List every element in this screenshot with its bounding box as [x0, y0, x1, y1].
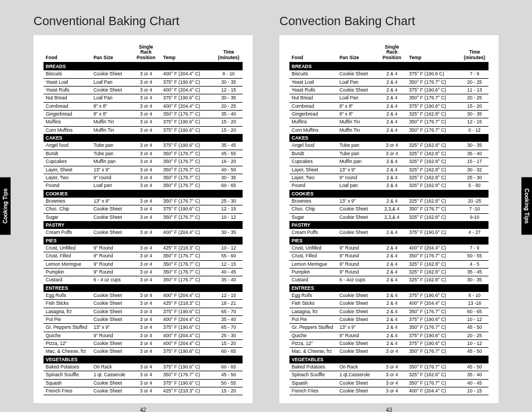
section-header: CAKES	[289, 135, 489, 142]
food-cell: Pot Pie	[289, 316, 337, 324]
pan-cell: Loaf pan	[337, 182, 377, 190]
temp-cell: 350° F (176.7° C)	[161, 371, 215, 379]
column-header: Pan Size	[91, 43, 131, 63]
time-cell: 15 - 20	[215, 126, 243, 134]
table-row: Fish SticksCookie Sheet3 or 4425° F (218…	[43, 300, 243, 308]
table-row: Pizza, 12"Cookie Sheet3 or 4400° F (204.…	[43, 340, 243, 348]
table-row: SquashCookie Sheet3 or 4375° F (190.6° C…	[43, 379, 243, 387]
table-row: Angel foodTube pan3 or 4325° F (162.8° C…	[289, 142, 489, 150]
section-header: VEGETABLES	[289, 356, 489, 363]
table-row: PoundLoaf pan2 & 4325° F (162.8° C)5 - 5…	[289, 182, 489, 190]
column-header: Pan Size	[337, 43, 377, 63]
baking-chart-table: FoodPan SizeSingle RackPositionTempTime(…	[43, 43, 243, 395]
position-cell: 3 or 4	[131, 332, 161, 339]
temp-cell: 400° F (204.4° C)	[407, 300, 461, 308]
temp-cell: 350° F (176.7° C)	[407, 126, 461, 134]
time-cell: 10 - 15	[461, 387, 489, 395]
food-cell: Muffins	[43, 118, 91, 126]
food-cell: Corn Muffins	[43, 126, 91, 134]
food-cell: Fish Sticks	[43, 300, 91, 308]
time-cell: 45 - 55	[215, 150, 243, 157]
table-row: Nut BreadLoaf Pan3 or 4375° F (190.6° C)…	[43, 94, 243, 102]
table-row: Spinach Souffle1 qt.Casserole3 or 4325° …	[289, 371, 489, 379]
pan-cell: Cookie Sheet	[337, 340, 377, 348]
position-cell: 3 or 4	[377, 363, 407, 371]
pan-cell: Loaf Pan	[91, 94, 131, 102]
time-cell: 15 - 17	[461, 158, 489, 166]
temp-cell: 350° F (176.7° C)	[407, 252, 461, 260]
position-cell: 3 or 4	[131, 260, 161, 268]
pan-cell: Cookie Sheet	[91, 379, 131, 387]
position-cell: 3 or 4	[131, 324, 161, 332]
temp-cell: 350° F (176.7° C)	[161, 158, 215, 166]
temp-cell: 375° F (190.6° C)	[407, 229, 461, 237]
temp-cell: 400° F (204.4° C)	[161, 229, 215, 237]
pan-cell: Loaf pan	[91, 182, 131, 190]
temp-cell: 400° F (204.4° C)	[161, 340, 215, 348]
temp-cell: 350° F (176.7° C)	[407, 78, 461, 86]
table-row: Lemon Meringue9" Round2 & 4325° F (162.8…	[289, 260, 489, 268]
food-cell: Mac. & Cheese, frz	[289, 348, 337, 356]
column-header: Time(minutes)	[461, 43, 489, 63]
temp-cell: 325° F (162.8° C)	[407, 276, 461, 284]
food-cell: Layer, Two	[43, 174, 91, 181]
table-row: Yeast RollsCookie Sheet2 & 4375° F (190.…	[289, 87, 489, 94]
temp-cell: 350° F (176.7° C)	[161, 111, 215, 118]
position-cell: 2 & 4	[377, 260, 407, 268]
time-cell: 35 - 45	[215, 142, 243, 150]
table-row: Pot PieCookie Sheet3 or 4400° F (204.4° …	[43, 316, 243, 324]
time-cell: 20 - 25	[461, 332, 489, 339]
table-row: Layer, Two9" round3 or 4350° F (176.7° C…	[43, 174, 243, 181]
position-cell: 3 or 4	[377, 379, 407, 387]
position-cell: 3 or 4	[377, 348, 407, 356]
temp-cell: 350° F (176.7° C)	[407, 324, 461, 332]
section-header-row: BREADS	[289, 63, 489, 70]
food-cell: Lasagna, frz	[289, 308, 337, 315]
position-cell: 3 or 4	[131, 182, 161, 190]
pan-cell: Muffin Tin	[91, 126, 131, 134]
section-header-row: CAKES	[289, 135, 489, 142]
table-row: SquashCookie Sheet3 or 4350° F (176.7° C…	[289, 379, 489, 387]
column-header: Temp	[161, 43, 215, 63]
time-cell: 35 - 40	[215, 316, 243, 324]
food-cell: Quiche	[289, 332, 337, 339]
food-cell: Bundt	[43, 150, 91, 157]
temp-cell: 350° F (176.7° C)	[161, 198, 215, 205]
time-cell: 15 - 20	[461, 102, 489, 110]
position-cell: 3 or 4	[131, 379, 161, 387]
pan-cell: Cookie Sheet	[337, 205, 377, 213]
temp-cell: 325° F (162.8° C)	[407, 150, 461, 157]
time-cell: 10 - 12	[215, 245, 243, 252]
pan-cell: 9" Round	[337, 260, 377, 268]
position-cell: 3 or 4	[131, 308, 161, 315]
temp-cell: 375° F (190.6° C)	[407, 292, 461, 300]
position-cell: 3 or 4	[131, 213, 161, 221]
temp-cell: 375° F (190.6° C)	[161, 205, 215, 213]
food-cell: Pizza, 12"	[43, 340, 91, 348]
time-cell: 60 - 65	[215, 363, 243, 371]
table-row: CupcakesMuffin pan2 & 4325° F (162.8° C)…	[289, 158, 489, 166]
time-cell: 0 - 12	[461, 126, 489, 134]
time-cell: 11 - 13	[461, 87, 489, 94]
time-cell: 65 - 70	[215, 324, 243, 332]
time-cell: 20 - 25	[461, 94, 489, 102]
temp-cell: 325° F (162.8° C)	[407, 268, 461, 276]
pan-cell: Cookie Sheet	[337, 300, 377, 308]
position-cell: 2 & 4	[377, 174, 407, 181]
position-cell: 3 or 4	[377, 387, 407, 395]
time-cell: 15 - 20	[215, 340, 243, 348]
position-cell: 2,3,& 4	[377, 213, 407, 221]
food-cell: Lemon Meringue	[43, 260, 91, 268]
section-header-row: CAKES	[43, 135, 243, 142]
position-cell: 2 & 4	[377, 268, 407, 276]
pan-cell: On Rack	[91, 363, 131, 371]
position-cell: 2 & 4	[377, 300, 407, 308]
temp-cell: 375° F (190.6° C)	[161, 118, 215, 126]
table-row: Lasagna, frzCookie Sheet3 or 4375° F (19…	[43, 308, 243, 315]
temp-cell: 350° F (176.7° C)	[407, 94, 461, 102]
section-header-row: ENTREES	[43, 284, 243, 292]
temp-cell: 375° F (190.6° C)	[161, 126, 215, 134]
table-row: Cornbread8" x 8"3 or 4400° F (204.4° C)2…	[43, 102, 243, 110]
time-cell: 30 - 35	[461, 276, 489, 284]
table-row: MuffinsMuffin Tin3 or 4375° F (190.6° C)…	[43, 118, 243, 126]
